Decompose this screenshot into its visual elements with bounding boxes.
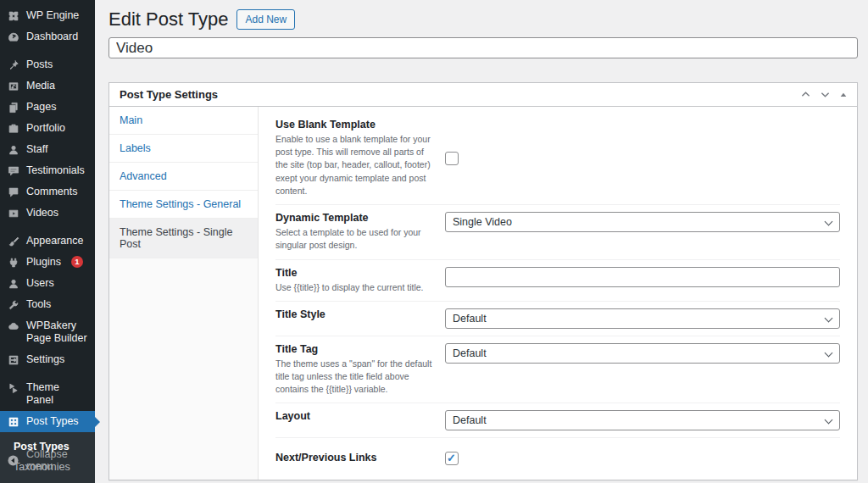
sidebar-item-testimonials[interactable]: Testimonials xyxy=(0,160,95,181)
sidebar-item-label: Media xyxy=(26,80,55,92)
sidebar-item-pages[interactable]: Pages xyxy=(0,97,95,118)
sidebar-item-label: Theme Panel xyxy=(26,381,88,407)
sidebar-item-label: Users xyxy=(26,277,54,290)
sidebar-item-label: Videos xyxy=(26,207,58,219)
video-icon xyxy=(7,207,19,219)
grid-icon xyxy=(7,415,19,428)
sidebar-item-label: Settings xyxy=(26,353,64,366)
sidebar-item-comments[interactable]: Comments xyxy=(0,181,95,203)
theme-panel-icon xyxy=(7,381,19,394)
dashboard-icon xyxy=(7,31,19,43)
sidebar-item-label: Posts xyxy=(26,58,53,71)
field-title-style: Title Style Default xyxy=(275,302,840,336)
sidebar-item-wp-engine[interactable]: WP Engine xyxy=(0,5,95,26)
blank-template-checkbox[interactable] xyxy=(445,152,459,165)
sidebar-item-portfolio[interactable]: Portfolio xyxy=(0,118,95,139)
sidebar-item-label: Pages xyxy=(26,101,56,114)
settings-tab-list: Main Labels Advanced Theme Settings - Ge… xyxy=(109,107,259,480)
sidebar-item-settings[interactable]: Settings xyxy=(0,349,95,370)
sidebar-item-theme-panel[interactable]: Theme Panel xyxy=(0,377,95,411)
dynamic-template-select[interactable]: Single Video xyxy=(445,212,840,232)
toggle-panel-icon[interactable] xyxy=(840,92,847,98)
tab-main[interactable]: Main xyxy=(109,107,258,135)
field-description: The theme uses a "span" for the default … xyxy=(275,358,433,397)
tab-advanced[interactable]: Advanced xyxy=(109,163,258,191)
field-label: Dynamic Template xyxy=(275,212,433,224)
title-tag-select[interactable]: Default xyxy=(445,343,840,364)
sidebar-item-label: Post Types xyxy=(26,415,79,428)
field-title-tag: Title Tag The theme uses a "span" for th… xyxy=(275,336,840,404)
wp-engine-icon xyxy=(7,9,19,22)
pushpin-icon xyxy=(7,58,19,71)
settings-sliders-icon xyxy=(7,353,19,366)
panel-title: Post Type Settings xyxy=(120,88,218,101)
comment-bubble-icon xyxy=(7,186,19,198)
next-previous-links-checkbox[interactable] xyxy=(445,452,459,465)
move-up-icon[interactable] xyxy=(801,90,810,99)
sidebar-item-label: Comments xyxy=(26,186,77,198)
title-style-select[interactable]: Default xyxy=(445,308,840,329)
sidebar-item-label: Plugins xyxy=(26,256,61,269)
sidebar-item-plugins[interactable]: Plugins 1 xyxy=(0,252,95,273)
panel-controls xyxy=(801,90,847,99)
sidebar-item-post-types[interactable]: Post Types xyxy=(0,411,95,432)
wrench-icon xyxy=(7,298,19,311)
sidebar-item-label: Testimonials xyxy=(26,164,85,177)
plugins-update-badge: 1 xyxy=(71,256,83,268)
field-dynamic-template: Dynamic Template Select a template to be… xyxy=(275,205,840,259)
sidebar-item-users[interactable]: Users xyxy=(0,273,95,294)
field-label: Title Tag xyxy=(275,343,433,355)
panel-body: Main Labels Advanced Theme Settings - Ge… xyxy=(109,107,857,480)
layout-select[interactable]: Default xyxy=(445,410,840,430)
title-template-input[interactable] xyxy=(445,267,840,287)
sidebar-item-label: WPBakery Page Builder xyxy=(26,319,88,345)
field-description: Enable to use a blank template for your … xyxy=(275,133,433,197)
panel-header[interactable]: Post Type Settings xyxy=(109,83,857,107)
person-icon xyxy=(7,277,19,290)
field-label: Layout xyxy=(275,410,433,422)
field-layout: Layout Default xyxy=(275,403,840,438)
sidebar-item-staff[interactable]: Staff xyxy=(0,139,95,160)
tab-theme-settings-single-post[interactable]: Theme Settings - Single Post xyxy=(109,219,258,258)
field-title: Title Use {{title}} to display the curre… xyxy=(275,260,840,302)
field-label: Title Style xyxy=(275,308,433,320)
sidebar-item-label: Dashboard xyxy=(26,31,78,43)
cloud-icon xyxy=(7,319,19,332)
collapse-menu-button[interactable]: Collapse menu xyxy=(0,444,95,476)
paintbrush-icon xyxy=(7,235,19,247)
field-label: Use Blank Template xyxy=(275,119,433,130)
field-label: Next/Previous Links xyxy=(275,452,433,464)
field-next-previous-links: Next/Previous Links xyxy=(275,438,840,477)
page-header: Edit Post Type Add New xyxy=(108,8,858,31)
sidebar-item-wpbakery[interactable]: WPBakery Page Builder xyxy=(0,315,95,349)
tab-labels[interactable]: Labels xyxy=(109,135,258,163)
sidebar-item-label: Appearance xyxy=(26,235,83,247)
plugin-icon xyxy=(7,256,19,269)
sidebar-item-label: WP Engine xyxy=(26,9,79,22)
field-description: Use {{title}} to display the current tit… xyxy=(275,281,433,294)
settings-fields: Use Blank Template Enable to use a blank… xyxy=(259,107,857,480)
sidebar-item-dashboard[interactable]: Dashboard xyxy=(0,26,95,47)
field-description: Select a template to be used for your si… xyxy=(275,226,433,252)
sidebar-item-appearance[interactable]: Appearance xyxy=(0,230,95,252)
admin-sidebar: WP Engine Dashboard Posts Media Pages Po… xyxy=(0,0,95,483)
sidebar-item-tools[interactable]: Tools xyxy=(0,294,95,315)
add-new-button[interactable]: Add New xyxy=(236,9,295,30)
sidebar-item-media[interactable]: Media xyxy=(0,75,95,97)
briefcase-icon xyxy=(7,122,19,135)
main-content: Edit Post Type Add New Post Type Setting… xyxy=(95,0,868,483)
sidebar-item-label: Tools xyxy=(26,298,51,311)
sidebar-item-videos[interactable]: Videos xyxy=(0,203,95,224)
testimonial-bubble-icon xyxy=(7,164,19,177)
tab-theme-settings-general[interactable]: Theme Settings - General xyxy=(109,191,258,219)
media-icon xyxy=(7,80,19,92)
page-title: Edit Post Type xyxy=(108,8,228,31)
sidebar-item-posts[interactable]: Posts xyxy=(0,54,95,75)
post-type-title-input[interactable] xyxy=(108,37,858,58)
collapse-arrow-icon xyxy=(7,454,19,467)
move-down-icon[interactable] xyxy=(821,90,830,99)
sidebar-item-label: Portfolio xyxy=(26,122,65,135)
field-use-blank-template: Use Blank Template Enable to use a blank… xyxy=(275,112,840,205)
pages-icon xyxy=(7,101,19,114)
post-type-settings-panel: Post Type Settings Main Labels Advanced … xyxy=(108,82,858,480)
